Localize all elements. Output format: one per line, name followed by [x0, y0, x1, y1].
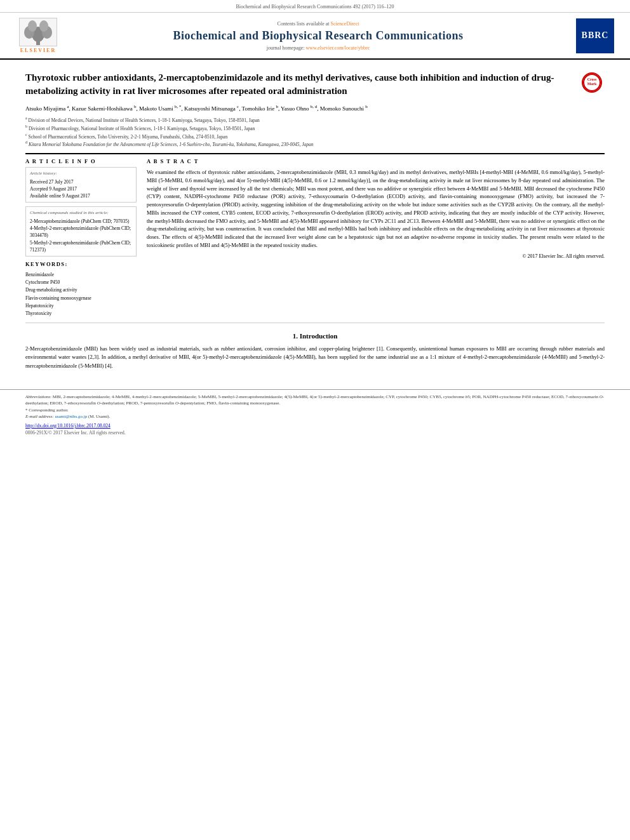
abbreviations-note: Abbreviations: MBI, 2-mercaptobenzimidaz…: [25, 394, 605, 407]
abstract-title: A B S T R A C T: [147, 158, 605, 164]
journal-ref-bar: Biochemical and Biophysical Research Com…: [0, 0, 630, 13]
divider-intro: [25, 323, 605, 323]
abstract-copyright: © 2017 Elsevier Inc. All rights reserved…: [147, 253, 605, 259]
col-article-info: A R T I C L E I N F O Article history: R…: [25, 158, 137, 317]
affiliation-c: c School of Pharmaceutical Sciences, Toh…: [25, 132, 605, 140]
compounds-title: Chemical compounds studied in this artic…: [30, 210, 132, 217]
compound-1: 2-Mercaptobenzimidazole (PubChem CID; 70…: [30, 218, 132, 225]
sciencedirect-link[interactable]: ScienceDirect: [331, 21, 359, 27]
compound-3: 5-Methyl-2-mercaptobenzimidazole (PubChe…: [30, 239, 132, 254]
journal-homepage: journal homepage: www.elsevier.com/locat…: [70, 45, 566, 51]
divider-bold: [25, 153, 605, 154]
affiliations: a Division of Medical Devices, National …: [25, 116, 605, 148]
authors-text: Atsuko Miyajima a, Kazue Sakemi-Hoshikaw…: [25, 105, 368, 112]
email-note: E-mail address: usami@nihs.go.jp (M. Usa…: [25, 413, 605, 420]
affiliation-b: b Division of Pharmacology, National Ins…: [25, 124, 605, 132]
accepted-date: Accepted 9 August 2017: [30, 185, 132, 192]
elsevier-label: ELSEVIER: [20, 48, 56, 53]
doi-line: http://dx.doi.org/10.1016/j.bbrc.2017.08…: [25, 423, 605, 429]
journal-header-middle: Contents lists available at ScienceDirec…: [64, 21, 573, 51]
article-title-text: Thyrotoxic rubber antioxidants, 2-mercap…: [25, 71, 582, 98]
keyword-5: Hepatotoxicity: [25, 302, 137, 309]
elsevier-logo: ELSEVIER: [13, 18, 64, 53]
keyword-2: Cytochrome P450: [25, 279, 137, 286]
elsevier-tree-graphic: [19, 18, 57, 46]
keyword-6: Thyrotoxicity: [25, 310, 137, 317]
footer: Abbreviations: MBI, 2-mercaptobenzimidaz…: [0, 389, 630, 436]
available-date: Available online 9 August 2017: [30, 192, 132, 199]
introduction-text: 2-Mercaptobenzimidazole (MBI) has been w…: [25, 345, 605, 370]
article-info-abstract-row: A R T I C L E I N F O Article history: R…: [25, 158, 605, 317]
svg-text:Cross: Cross: [587, 77, 597, 81]
crossmark-badge-container: Cross Mark: [582, 72, 605, 93]
homepage-url[interactable]: www.elsevier.com/locate/ybbrc: [305, 45, 370, 51]
bbrc-abbr: BBRC: [576, 18, 614, 53]
keyword-4: Flavin-containing monooxygenase: [25, 295, 137, 302]
article-info-title: A R T I C L E I N F O: [25, 158, 137, 164]
affiliation-d: d Kitara Memorial Yokohama Foundation fo…: [25, 140, 605, 148]
footnotes: Abbreviations: MBI, 2-mercaptobenzimidaz…: [25, 390, 605, 420]
svg-text:Mark: Mark: [587, 82, 597, 86]
history-label: Article history:: [30, 170, 132, 177]
bbrc-logo: BBRC: [573, 18, 617, 53]
keyword-1: Benzimidazole: [25, 271, 137, 278]
received-date: Received 27 July 2017: [30, 178, 132, 185]
email-link[interactable]: usami@nihs.go.jp: [55, 414, 87, 419]
keywords-title: Keywords:: [25, 260, 137, 269]
svg-point-4: [28, 20, 37, 32]
article-content: Thyrotoxic rubber antioxidants, 2-mercap…: [0, 60, 630, 377]
chemical-compounds-box: Chemical compounds studied in this artic…: [25, 206, 137, 257]
journal-header: ELSEVIER Contents lists available at Sci…: [0, 13, 630, 60]
keywords-box: Keywords: Benzimidazole Cytochrome P450 …: [25, 260, 137, 317]
svg-point-5: [39, 20, 48, 32]
abstract-text: We examined the effects of thyrotoxic ru…: [147, 168, 605, 250]
introduction-heading: 1. Introduction: [25, 332, 605, 340]
article-title-row: Thyrotoxic rubber antioxidants, 2-mercap…: [25, 66, 605, 98]
article-history-box: Article history: Received 27 July 2017 A…: [25, 167, 137, 203]
authors: Atsuko Miyajima a, Kazue Sakemi-Hoshikaw…: [25, 104, 605, 112]
issn-line: 0006-291X/© 2017 Elsevier Inc. All right…: [25, 430, 605, 436]
compound-2: 4-Methyl-2-mercaptobenzimidazole (PubChe…: [30, 225, 132, 239]
journal-title-main: Biochemical and Biophysical Research Com…: [70, 29, 566, 43]
page: Biochemical and Biophysical Research Com…: [0, 0, 630, 840]
doi-link[interactable]: http://dx.doi.org/10.1016/j.bbrc.2017.08…: [25, 423, 111, 429]
corresponding-note: * Corresponding author.: [25, 407, 605, 414]
col-abstract: A B S T R A C T We examined the effects …: [147, 158, 605, 317]
keyword-3: Drug-metabolizing activity: [25, 286, 137, 293]
affiliation-a: a Division of Medical Devices, National …: [25, 116, 605, 124]
journal-ref-text: Biochemical and Biophysical Research Com…: [236, 4, 394, 10]
sciencedirect-line: Contents lists available at ScienceDirec…: [70, 21, 566, 27]
crossmark-badge: Cross Mark: [582, 72, 602, 93]
